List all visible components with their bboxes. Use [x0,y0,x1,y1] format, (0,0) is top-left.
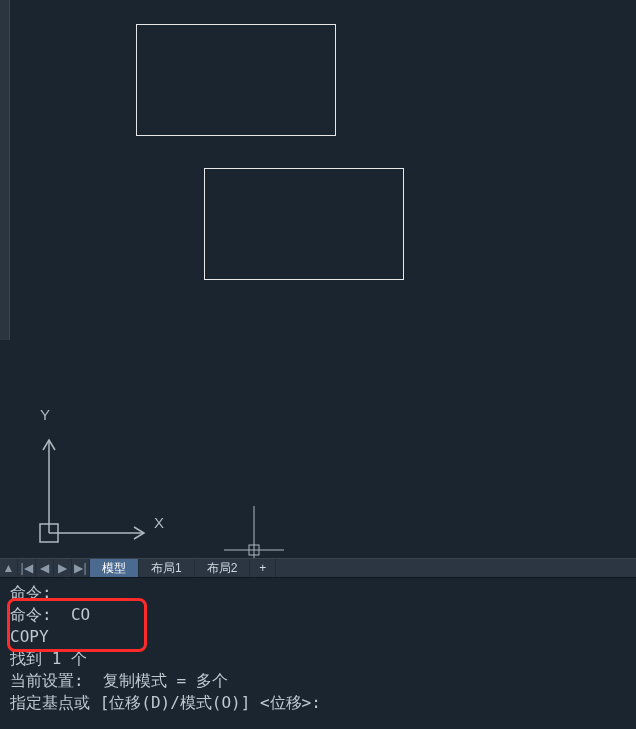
command-log[interactable]: 命令: 命令: CO COPY 找到 1 个 当前设置: 复制模式 = 多个 指… [0,578,636,729]
drawn-rectangle [136,24,336,136]
ucs-x-label: X [154,514,164,531]
cmd-line: COPY [10,626,626,648]
cmd-line: 命令: [10,582,626,604]
layout-tab-bar: ▲ |◀ ◀ ▶ ▶| 模型 布局1 布局2 + [0,558,636,578]
drawn-rectangle [204,168,404,280]
add-layout-button[interactable]: + [250,559,276,577]
crosshair-cursor [224,506,284,558]
drawing-canvas[interactable]: X Y [10,0,636,558]
tab-layout2[interactable]: 布局2 [195,559,251,577]
nav-prev-icon[interactable]: ◀ [36,559,54,577]
ribbon-edge [0,0,10,340]
ucs-y-label: Y [40,406,50,423]
cmd-prompt[interactable]: 指定基点或 [位移(D)/模式(O)] <位移>: [10,692,626,714]
tool-icon[interactable] [0,0,10,22]
nav-last-icon[interactable]: ▶| [72,559,90,577]
cmd-line: 找到 1 个 [10,648,626,670]
nav-next-icon[interactable]: ▶ [54,559,72,577]
cmd-line: 当前设置: 复制模式 = 多个 [10,670,626,692]
nav-first-icon[interactable]: |◀ [18,559,36,577]
ucs-icon: X Y [34,408,184,548]
tab-model[interactable]: 模型 [90,559,139,577]
scroll-up-icon[interactable]: ▲ [0,559,18,577]
cmd-line: 命令: CO [10,604,626,626]
tab-layout1[interactable]: 布局1 [139,559,195,577]
